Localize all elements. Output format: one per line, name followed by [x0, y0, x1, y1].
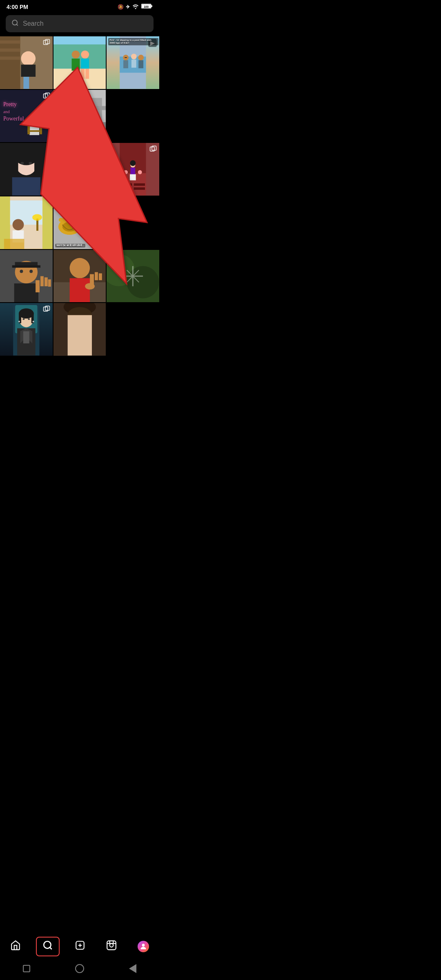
svg-rect-126: [36, 280, 40, 292]
svg-point-114: [87, 216, 92, 220]
svg-rect-25: [81, 69, 85, 79]
svg-point-55: [82, 105, 91, 114]
svg-rect-75: [74, 183, 79, 192]
grid-item-12[interactable]: [0, 250, 53, 303]
svg-rect-82: [121, 183, 132, 186]
svg-rect-56: [82, 114, 91, 125]
svg-rect-127: [40, 276, 44, 286]
grid-item-14[interactable]: [107, 250, 159, 303]
svg-point-113: [82, 216, 87, 221]
svg-rect-52: [68, 114, 77, 129]
grid-item-1[interactable]: [0, 36, 53, 89]
svg-point-110: [72, 217, 76, 221]
album-icon-8: [96, 145, 103, 155]
svg-point-23: [81, 51, 89, 59]
svg-rect-11: [21, 65, 36, 77]
search-icon: [11, 19, 19, 28]
svg-rect-72: [91, 180, 94, 189]
svg-point-152: [22, 318, 24, 320]
svg-rect-22: [76, 71, 80, 79]
svg-rect-33: [123, 60, 128, 68]
svg-text:Pretty: Pretty: [3, 101, 17, 107]
svg-point-116: [97, 218, 100, 221]
svg-rect-7: [0, 40, 20, 44]
grid-item-4[interactable]: Pretty and Powerful: [0, 90, 53, 143]
image-grid: ▶ PoV - Ur dipping in a pool filled with…: [0, 36, 159, 356]
svg-rect-63: [34, 157, 38, 174]
svg-point-138: [85, 283, 95, 290]
svg-rect-159: [23, 332, 29, 344]
svg-point-19: [71, 51, 80, 59]
svg-point-73: [74, 153, 86, 166]
svg-rect-122: [12, 265, 40, 267]
album-icon-9: [149, 145, 157, 155]
svg-rect-66: [12, 177, 40, 196]
search-bar[interactable]: Search: [6, 15, 154, 32]
svg-text:Powerful: Powerful: [3, 116, 24, 122]
svg-point-124: [29, 270, 33, 273]
svg-text:and: and: [3, 109, 10, 114]
svg-rect-41: [29, 125, 39, 135]
svg-rect-76: [80, 183, 85, 192]
grid-item-8[interactable]: [53, 143, 106, 196]
svg-rect-53: [68, 129, 72, 136]
svg-rect-84: [121, 187, 132, 190]
album-icon-1: [43, 39, 50, 48]
grid-item-13[interactable]: [53, 250, 106, 303]
svg-rect-8: [0, 49, 20, 52]
svg-point-109: [67, 216, 72, 220]
svg-rect-2: [151, 5, 152, 7]
svg-rect-137: [99, 273, 102, 280]
svg-point-112: [79, 218, 83, 222]
svg-rect-24: [81, 58, 89, 69]
svg-rect-20: [71, 58, 80, 71]
svg-rect-62: [15, 157, 18, 174]
album-icon-4: [43, 92, 50, 102]
svg-rect-136: [95, 272, 98, 280]
svg-point-107: [59, 218, 63, 222]
svg-point-61: [15, 149, 38, 165]
status-icons: 🔕 ✈ 100: [118, 3, 153, 10]
svg-rect-134: [69, 278, 89, 302]
svg-rect-6: [0, 36, 20, 89]
grid-item-7[interactable]: [0, 143, 53, 196]
grid-item-11[interactable]: वृदावन के श्री चरण दर्शन... साल मे ऐक बा…: [53, 196, 106, 249]
svg-rect-57: [82, 125, 86, 137]
svg-rect-96: [42, 196, 53, 249]
search-bar-container: Search: [0, 12, 159, 36]
svg-point-123: [20, 270, 23, 273]
grid-item-15[interactable]: [0, 303, 53, 356]
battery-icon: 100: [141, 3, 153, 10]
status-time: 4:00 PM: [7, 4, 28, 10]
grid-item-16[interactable]: [53, 303, 106, 356]
svg-rect-165: [67, 315, 91, 356]
svg-rect-85: [134, 187, 145, 190]
svg-rect-12: [23, 77, 29, 89]
wifi-icon: [132, 3, 139, 10]
svg-rect-44: [27, 130, 42, 132]
svg-rect-129: [48, 279, 51, 287]
grid-item-5[interactable]: [53, 90, 106, 143]
grid-item-3[interactable]: ▶ PoV - Ur dipping in a pool filled with…: [107, 36, 159, 89]
svg-rect-74: [74, 166, 86, 184]
grid-item-10[interactable]: [0, 196, 53, 249]
search-placeholder: Search: [23, 20, 44, 27]
svg-point-141: [127, 266, 159, 298]
svg-point-155: [33, 321, 34, 323]
svg-rect-34: [131, 60, 136, 68]
svg-rect-43: [40, 125, 42, 134]
grid-item-2[interactable]: [53, 36, 106, 89]
svg-text:100: 100: [144, 5, 149, 8]
grid-item-9[interactable]: [107, 143, 159, 196]
svg-point-86: [124, 170, 128, 174]
svg-rect-128: [45, 277, 48, 286]
svg-point-115: [93, 217, 97, 221]
vibrate-icon: 🔕: [118, 4, 124, 10]
svg-rect-102: [4, 239, 24, 249]
svg-rect-48: [53, 122, 106, 142]
svg-rect-9: [0, 56, 20, 60]
svg-point-133: [69, 258, 89, 278]
svg-point-153: [28, 318, 30, 320]
svg-rect-35: [139, 60, 144, 68]
svg-point-64: [20, 162, 24, 165]
